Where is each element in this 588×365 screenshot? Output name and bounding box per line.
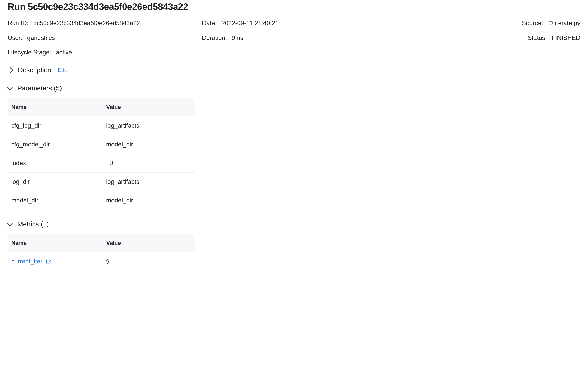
metrics-col-name[interactable]: Name	[8, 234, 103, 252]
param-name: cfg_model_dir	[8, 135, 103, 154]
meta-duration-label: Duration	[202, 34, 227, 41]
meta-source-value[interactable]: iterate.py	[555, 19, 580, 26]
metric-value: 9	[103, 252, 195, 271]
meta-date: Date 2022-09-11 21:40:21	[202, 19, 386, 27]
table-row: cfg_log_dir log_artifacts	[8, 116, 195, 135]
meta-lifecycle: Lifecycle Stage active	[8, 49, 192, 56]
meta-date-label: Date	[202, 19, 217, 26]
param-value: log_artifacts	[103, 116, 195, 135]
parameters-table: Name Value cfg_log_dir log_artifacts cfg…	[8, 98, 195, 210]
meta-run-id-label: Run ID	[8, 19, 29, 26]
meta-date-value: 2022-09-11 21:40:21	[221, 19, 279, 26]
chart-icon[interactable]	[46, 258, 52, 266]
description-title: Description	[18, 66, 51, 74]
parameters-section: Parameters (5) Name Value cfg_log_dir lo…	[8, 84, 580, 210]
meta-run-id-value: 5c50c9e23c334d3ea5f0e26ed5843a22	[33, 19, 140, 26]
meta-lifecycle-label: Lifecycle Stage	[8, 49, 52, 56]
run-metadata: Run ID 5c50c9e23c334d3ea5f0e26ed5843a22 …	[8, 19, 580, 56]
param-value: 10	[103, 154, 195, 173]
meta-source: Source iterate.py	[522, 19, 580, 27]
table-row: index 10	[8, 154, 195, 173]
svg-rect-0	[549, 22, 553, 24]
param-value: model_dir	[103, 135, 195, 154]
meta-user-label: User	[8, 34, 23, 41]
metric-link[interactable]: current_iter	[11, 258, 42, 265]
metrics-toggle[interactable]: Metrics (1)	[8, 220, 580, 228]
meta-status-label: Status	[528, 34, 548, 41]
meta-user-value: ganeshjcs	[27, 34, 55, 41]
parameters-toggle[interactable]: Parameters (5)	[8, 84, 580, 92]
metrics-section: Metrics (1) Name Value current_iter 9	[8, 220, 580, 271]
meta-lifecycle-value: active	[56, 49, 72, 56]
parameters-title: Parameters (5)	[17, 84, 62, 92]
table-row: current_iter 9	[8, 252, 195, 271]
chevron-down-icon	[7, 220, 13, 226]
parameters-col-name[interactable]: Name	[8, 98, 103, 116]
param-name: cfg_log_dir	[8, 116, 103, 135]
laptop-icon	[548, 20, 553, 27]
description-section: Description Edit	[8, 66, 580, 74]
meta-duration: Duration 9ms	[202, 34, 386, 42]
meta-source-label: Source	[522, 19, 544, 26]
param-value: model_dir	[103, 191, 195, 210]
chevron-down-icon	[7, 85, 13, 90]
meta-duration-value: 9ms	[232, 34, 243, 41]
param-name: index	[8, 154, 103, 173]
param-name: model_dir	[8, 191, 103, 210]
param-name: log_dir	[8, 173, 103, 191]
meta-run-id: Run ID 5c50c9e23c334d3ea5f0e26ed5843a22	[8, 19, 192, 27]
description-edit-link[interactable]: Edit	[58, 67, 67, 73]
page-title: Run 5c50c9e23c334d3ea5f0e26ed5843a22	[8, 2, 580, 12]
table-row: model_dir model_dir	[8, 191, 195, 210]
table-row: log_dir log_artifacts	[8, 173, 195, 191]
param-value: log_artifacts	[103, 173, 195, 191]
metrics-col-value[interactable]: Value	[103, 234, 195, 252]
metrics-title: Metrics (1)	[17, 220, 49, 228]
parameters-col-value[interactable]: Value	[103, 98, 195, 116]
meta-status: Status FINISHED	[528, 34, 580, 42]
table-row: cfg_model_dir model_dir	[8, 135, 195, 154]
metrics-table: Name Value current_iter 9	[8, 234, 195, 271]
meta-status-value: FINISHED	[552, 34, 580, 41]
description-toggle[interactable]: Description Edit	[8, 66, 580, 74]
chevron-right-icon	[7, 67, 13, 73]
meta-user: User ganeshjcs	[8, 34, 192, 42]
